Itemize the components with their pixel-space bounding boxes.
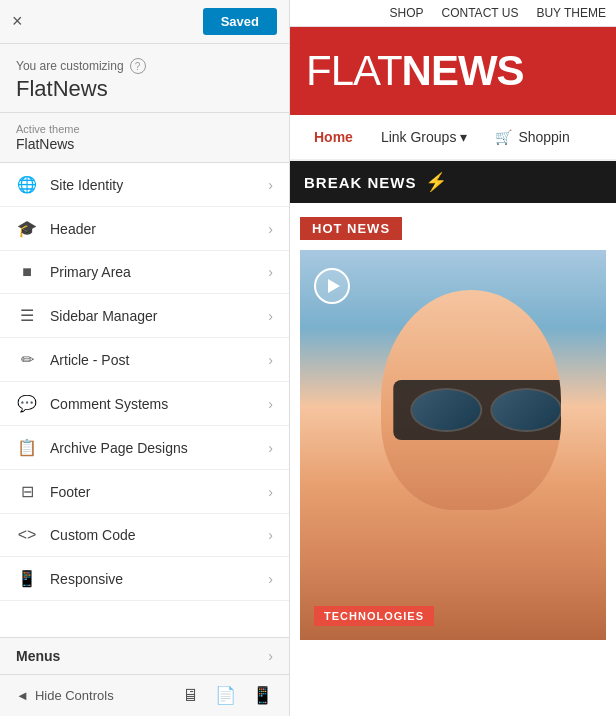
link-groups-label: Link Groups [381,129,456,145]
mobile-view-button[interactable]: 📱 [252,685,273,706]
menus-chevron: › [268,648,273,664]
lightning-icon: ⚡ [425,171,447,193]
play-button[interactable] [314,268,350,304]
nav-label-responsive: Responsive [50,571,268,587]
nav-list: 🌐 Site Identity › 🎓 Header › ■ Primary A… [0,163,289,637]
left-lens [410,388,482,432]
nav-icon-responsive: 📱 [16,569,38,588]
site-name: FlatNews [16,76,273,102]
nav-chevron-responsive: › [268,571,273,587]
play-icon [328,279,340,293]
nav-icon-header: 🎓 [16,219,38,238]
nav-icon-custom-code: <> [16,526,38,544]
nav-label-primary-area: Primary Area [50,264,268,280]
hot-news-badge: HOT NEWS [300,217,402,240]
menus-section[interactable]: Menus › [0,637,289,674]
site-logo-area: FLATNEWS [290,27,616,115]
shopping-label: Shoppin [518,129,569,145]
nav-chevron-archive-page-designs: › [268,440,273,456]
logo-news: NEWS [402,47,524,94]
theme-label: Active theme [16,123,273,135]
main-nav: Home Link Groups ▾ 🛒 Shoppin [290,115,616,161]
nav-item-responsive[interactable]: 📱 Responsive › [0,557,289,601]
nav-label-archive-page-designs: Archive Page Designs [50,440,268,456]
nav-item-header[interactable]: 🎓 Header › [0,207,289,251]
nav-chevron-header: › [268,221,273,237]
customizer-panel: × Saved You are customizing ? FlatNews A… [0,0,290,716]
close-button[interactable]: × [12,11,23,32]
hot-news-section: HOT NEWS TECHNOLOGIES [290,203,616,640]
nav-item-comment-systems[interactable]: 💬 Comment Systems › [0,382,289,426]
topnav-link-0[interactable]: SHOP [390,6,424,20]
sunglasses [393,380,561,440]
nav-item-custom-code[interactable]: <> Custom Code › [0,514,289,557]
nav-chevron-site-identity: › [268,177,273,193]
nav-chevron-article-post: › [268,352,273,368]
nav-item-article-post[interactable]: ✏ Article - Post › [0,338,289,382]
nav-item-sidebar-manager[interactable]: ☰ Sidebar Manager › [0,294,289,338]
back-arrow-icon: ◄ [16,688,29,703]
nav-chevron-primary-area: › [268,264,273,280]
topnav-link-1[interactable]: CONTACT US [442,6,519,20]
nav-icon-footer: ⊟ [16,482,38,501]
nav-home[interactable]: Home [300,115,367,159]
nav-icon-site-identity: 🌐 [16,175,38,194]
nav-label-custom-code: Custom Code [50,527,268,543]
site-logo: FLATNEWS [306,47,524,95]
shopping-icon: 🛒 [495,129,512,145]
theme-name: FlatNews [16,136,273,152]
help-icon[interactable]: ? [130,58,146,74]
nav-label-site-identity: Site Identity [50,177,268,193]
nav-chevron-footer: › [268,484,273,500]
preview-panel: SHOPCONTACT USBUY THEME FLATNEWS Home Li… [290,0,616,716]
nav-chevron-comment-systems: › [268,396,273,412]
breaking-text: BREAK NEWS [304,174,417,191]
nav-chevron-custom-code: › [268,527,273,543]
right-lens [490,388,561,432]
nav-chevron-sidebar-manager: › [268,308,273,324]
nav-icon-archive-page-designs: 📋 [16,438,38,457]
hide-controls-button[interactable]: ◄ Hide Controls [16,688,170,703]
nav-icon-primary-area: ■ [16,263,38,281]
hide-controls-label: Hide Controls [35,688,114,703]
site-top-nav: SHOPCONTACT USBUY THEME [290,0,616,27]
desktop-view-button[interactable]: 🖥 [182,686,199,706]
nav-label-comment-systems: Comment Systems [50,396,268,412]
nav-shopping[interactable]: 🛒 Shoppin [481,115,583,159]
nav-item-primary-area[interactable]: ■ Primary Area › [0,251,289,294]
nav-item-footer[interactable]: ⊟ Footer › [0,470,289,514]
customizing-label: You are customizing ? [16,58,273,74]
nav-icon-article-post: ✏ [16,350,38,369]
top-bar: × Saved [0,0,289,44]
nav-label-sidebar-manager: Sidebar Manager [50,308,268,324]
nav-item-site-identity[interactable]: 🌐 Site Identity › [0,163,289,207]
theme-section: Active theme FlatNews [0,113,289,163]
nav-link-groups[interactable]: Link Groups ▾ [367,115,481,159]
news-image: TECHNOLOGIES [300,250,606,640]
tablet-view-button[interactable]: 📄 [215,685,236,706]
logo-flat: FLAT [306,47,402,94]
bottom-bar: ◄ Hide Controls 🖥 📄 📱 [0,674,289,716]
view-icons: 🖥 📄 📱 [182,685,273,706]
nav-label-article-post: Article - Post [50,352,268,368]
nav-label-header: Header [50,221,268,237]
menus-label: Menus [16,648,268,664]
nav-item-archive-page-designs[interactable]: 📋 Archive Page Designs › [0,426,289,470]
nav-icon-comment-systems: 💬 [16,394,38,413]
customizing-section: You are customizing ? FlatNews [0,44,289,113]
tech-badge: TECHNOLOGIES [314,606,434,626]
topnav-link-2[interactable]: BUY THEME [536,6,606,20]
person-photo [300,250,606,640]
nav-icon-sidebar-manager: ☰ [16,306,38,325]
link-groups-chevron: ▾ [460,129,467,145]
nav-label-footer: Footer [50,484,268,500]
saved-button[interactable]: Saved [203,8,277,35]
person-head [381,290,561,510]
breaking-news-bar: BREAK NEWS ⚡ [290,161,616,203]
